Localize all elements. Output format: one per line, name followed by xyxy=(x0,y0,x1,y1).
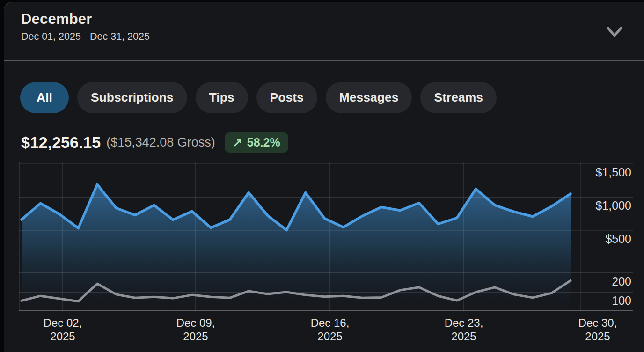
y-axis-label-dollar: $500 xyxy=(605,232,631,245)
x-axis-label: Dec 02,2025 xyxy=(30,316,95,343)
net-earnings: $12,256.15 xyxy=(21,133,101,152)
trend-badge: ↗ 58.2% xyxy=(225,132,288,153)
trend-up-arrow-icon: ↗ xyxy=(233,136,242,149)
earnings-summary: $12,256.15 ($15,342.08 Gross) ↗ 58.2% xyxy=(21,132,288,153)
category-filter-tabs: AllSubscriptionsTipsPostsMessagesStreams xyxy=(20,82,497,113)
x-axis-label: Dec 23,2025 xyxy=(431,316,497,343)
trend-percentage: 58.2% xyxy=(247,136,280,149)
filter-pill-streams[interactable]: Streams xyxy=(420,82,497,113)
earnings-statement-card: December Dec 01, 2025 - Dec 31, 2025 All… xyxy=(4,2,644,352)
x-axis-label: Dec 09,2025 xyxy=(163,316,228,343)
date-range: Dec 01, 2025 - Dec 31, 2025 xyxy=(21,31,150,43)
gross-earnings: ($15,342.08 Gross) xyxy=(106,135,215,150)
statement-header: December Dec 01, 2025 - Dec 31, 2025 xyxy=(21,11,150,43)
chevron-down-icon[interactable] xyxy=(604,24,625,40)
filter-pill-posts[interactable]: Posts xyxy=(256,82,317,113)
y-axis-label-count: 200 xyxy=(612,275,631,288)
screen: December Dec 01, 2025 - Dec 31, 2025 All… xyxy=(0,0,644,352)
filter-pill-all[interactable]: All xyxy=(20,82,69,113)
filter-pill-subscriptions[interactable]: Subscriptions xyxy=(77,82,187,113)
page-title: December xyxy=(21,11,150,28)
x-axis-label: Dec 16,2025 xyxy=(297,316,363,343)
filter-pill-messages[interactable]: Messages xyxy=(326,82,412,113)
earnings-chart: $1,500$1,000$500200100 Dec 02,2025Dec 09… xyxy=(19,162,633,311)
y-axis-label-dollar: $1,000 xyxy=(596,199,631,212)
y-axis-label-count: 100 xyxy=(612,294,631,307)
chart-plot-area xyxy=(19,162,633,311)
filter-pill-tips[interactable]: Tips xyxy=(196,82,248,113)
header-divider xyxy=(4,60,644,61)
y-axis-label-dollar: $1,500 xyxy=(596,166,631,179)
x-axis-label: Dec 30,2025 xyxy=(565,316,630,343)
